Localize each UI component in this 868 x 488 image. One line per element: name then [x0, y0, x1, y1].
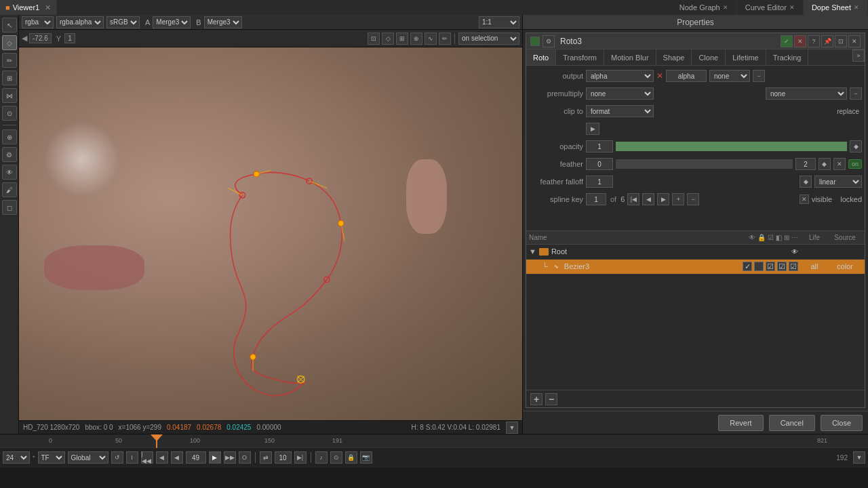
roto3-color-icon[interactable]: [530, 37, 540, 46]
dope-sheet-close[interactable]: ✕: [854, 4, 859, 11]
premultiply-select[interactable]: none: [586, 87, 654, 100]
feather-right-input[interactable]: 2: [795, 158, 816, 170]
tool-eraser[interactable]: ◻: [2, 200, 17, 215]
output-minus-btn[interactable]: −: [753, 70, 765, 82]
play-fwd-btn[interactable]: ▶▶: [224, 451, 236, 464]
curve-editor-close[interactable]: ✕: [789, 4, 795, 11]
tab-viewer1[interactable]: ■ Viewer1 ✕: [0, 0, 57, 15]
feather-falloff-keyframe-btn[interactable]: ◆: [800, 176, 812, 188]
feather-falloff-type-select[interactable]: linear smooth: [814, 176, 862, 188]
node-graph-close[interactable]: ✕: [723, 4, 728, 11]
lock-btn[interactable]: 🔒: [345, 451, 357, 464]
merge-b-select[interactable]: Merge3: [204, 16, 242, 28]
status-expand-btn[interactable]: ▼: [506, 422, 518, 434]
channel-left-select[interactable]: rgba rgb alpha: [22, 16, 54, 28]
layers-empty-area[interactable]: [526, 274, 865, 390]
step-fwd-btn[interactable]: ▶|: [294, 451, 307, 464]
premultiply-minus-btn[interactable]: −: [850, 87, 862, 100]
layer-row-root[interactable]: ▼ Root 👁: [526, 245, 865, 260]
bezier3-check4[interactable]: ☑: [777, 262, 787, 271]
close-button[interactable]: Close: [821, 415, 863, 431]
timeline-expand-btn[interactable]: ▼: [853, 451, 865, 464]
tool-paint-icon[interactable]: ✏: [439, 33, 451, 45]
add-layer-btn[interactable]: +: [530, 393, 542, 405]
more-tabs-btn[interactable]: »: [852, 49, 865, 62]
bezier3-check5[interactable]: ☑: [789, 262, 798, 271]
root-eye-icon[interactable]: 👁: [791, 248, 798, 256]
revert-button[interactable]: Revert: [718, 415, 763, 431]
opacity-input[interactable]: 1: [586, 140, 613, 152]
tab-lifetime[interactable]: Lifetime: [726, 49, 766, 65]
audio-btn[interactable]: ♪: [315, 451, 328, 464]
bezier3-check3[interactable]: ☑: [766, 262, 775, 271]
camera-btn[interactable]: 📷: [360, 451, 372, 464]
loop-value-input[interactable]: 10: [275, 451, 292, 464]
roto3-float-icon[interactable]: ⊡: [835, 35, 847, 47]
tool-eye[interactable]: 👁: [2, 165, 17, 180]
global-select[interactable]: Global: [68, 451, 108, 464]
spline-first-btn[interactable]: |◀: [627, 193, 639, 205]
tool-settings[interactable]: ⚙: [2, 147, 17, 162]
tool-bezier-icon[interactable]: ∿: [425, 33, 437, 45]
back-btn[interactable]: ◀: [171, 451, 183, 464]
output-select[interactable]: alpha: [586, 70, 654, 82]
premultiply-right-select[interactable]: none: [766, 87, 847, 100]
roto3-pin-icon[interactable]: 📌: [821, 35, 833, 47]
cancel-button[interactable]: Cancel: [769, 415, 815, 431]
out-point-btn[interactable]: O: [239, 451, 251, 464]
spline-prev-btn[interactable]: ◀: [642, 193, 654, 205]
tool-mask[interactable]: ⊙: [2, 106, 17, 121]
clip-to-select[interactable]: format: [586, 105, 654, 117]
step-back-btn[interactable]: ◀: [156, 451, 168, 464]
current-frame-input[interactable]: 49: [186, 451, 206, 464]
feather-falloff-input[interactable]: 1: [586, 176, 613, 188]
in-point-btn[interactable]: I: [126, 451, 138, 464]
tab-clone[interactable]: Clone: [692, 49, 726, 65]
tool-transform[interactable]: ⊞: [2, 70, 17, 85]
tool-feather-icon[interactable]: ⊕: [410, 33, 422, 45]
tool-roto[interactable]: ◇: [2, 35, 17, 50]
root-collapse-icon[interactable]: ▼: [529, 247, 536, 256]
viewer-close-icon[interactable]: ✕: [45, 3, 51, 12]
tool-warp[interactable]: ⋈: [2, 88, 17, 103]
remove-layer-btn[interactable]: −: [545, 393, 557, 405]
tool-transform-icon[interactable]: ⊞: [396, 33, 408, 45]
loop-range-btn[interactable]: ⇄: [260, 451, 272, 464]
bezier-shape[interactable]: [19, 47, 522, 420]
feather-reset-btn[interactable]: ✕: [833, 158, 846, 170]
loop-icon[interactable]: ↺: [111, 451, 123, 464]
tool-cursor[interactable]: ↖: [2, 18, 17, 33]
tf-select[interactable]: TF: [38, 451, 65, 464]
tool-tracker[interactable]: ⊕: [2, 129, 17, 144]
tab-node-graph[interactable]: Node Graph ✕: [671, 0, 737, 15]
feather-keyframe-btn[interactable]: ◆: [818, 158, 831, 170]
layer-row-bezier3[interactable]: └ ∿ Bezier3 ✓ ☑ ☑ ☑ all color: [526, 260, 865, 274]
opacity-bar[interactable]: [616, 142, 847, 151]
tab-transform[interactable]: Transform: [556, 49, 604, 65]
play-btn[interactable]: ▶: [209, 451, 221, 464]
tab-dope-sheet[interactable]: Dope Sheet ✕: [804, 0, 868, 15]
visible-checkbox[interactable]: ✕: [800, 195, 809, 204]
tool-paint[interactable]: ✏: [2, 53, 17, 68]
fps-select[interactable]: 24: [3, 451, 30, 464]
output-none-select[interactable]: none: [709, 70, 750, 82]
colorspace-select[interactable]: sRGB linear: [106, 16, 140, 28]
spline-add-btn[interactable]: +: [672, 193, 684, 205]
record-btn[interactable]: ⊙: [330, 451, 342, 464]
opacity-keyframe-btn[interactable]: ◆: [850, 140, 862, 152]
play-btn[interactable]: ▶: [586, 123, 599, 135]
output-right-input[interactable]: alpha: [666, 70, 707, 82]
spline-key-input[interactable]: 1: [586, 193, 606, 205]
tab-roto[interactable]: Roto: [526, 49, 556, 65]
feather-input[interactable]: 0: [586, 158, 613, 170]
tab-tracking[interactable]: Tracking: [766, 49, 809, 65]
roto3-close-icon[interactable]: ✕: [848, 35, 861, 47]
bezier3-check1[interactable]: ✓: [743, 262, 752, 271]
spline-next-btn[interactable]: ▶: [657, 193, 669, 205]
tool-select-icon[interactable]: ⊡: [368, 33, 380, 45]
channel-right-select[interactable]: rgba.alpha rgba: [56, 16, 104, 28]
tab-motion-blur[interactable]: Motion Blur: [604, 49, 656, 65]
viewer-canvas[interactable]: [19, 47, 522, 420]
feather-bar[interactable]: [616, 159, 793, 169]
merge-a-select[interactable]: Merge3: [153, 16, 191, 28]
